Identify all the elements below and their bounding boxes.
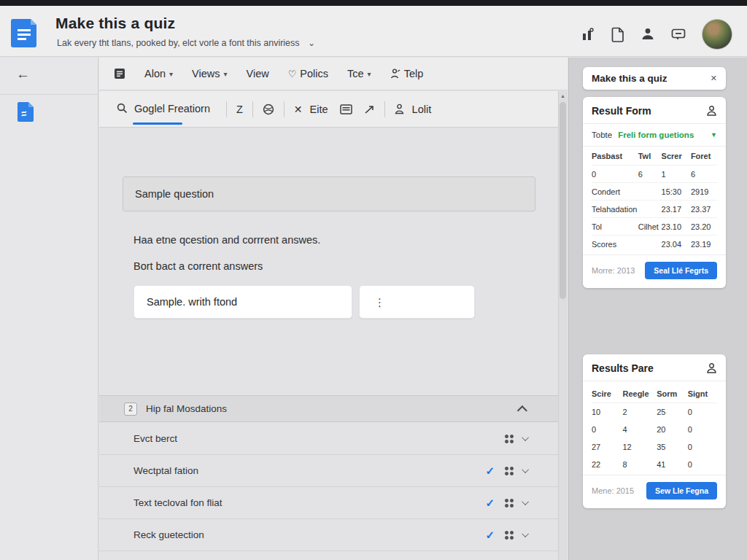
document-icon[interactable] <box>611 27 624 42</box>
table-row: Telahadation23.1723.37 <box>592 201 717 218</box>
cell: 15:30 <box>662 187 691 196</box>
cell: 0 <box>688 460 717 469</box>
instruction-line-1: Haa etne qcestion and corrrent answes. <box>133 234 320 246</box>
toolbar-list-button[interactable] <box>340 104 352 114</box>
chevron-down-icon[interactable] <box>522 530 529 537</box>
toolbar-globe-button[interactable] <box>263 104 274 115</box>
toolbar-search-tab[interactable]: Goglel Freatiorn <box>117 103 210 116</box>
toolbar-zoom-button[interactable]: Z <box>236 104 243 115</box>
cell: 2919 <box>691 187 717 196</box>
table-row: 0616 <box>592 166 717 183</box>
module-row-label: Wectptal fation <box>133 465 198 476</box>
toolbar-edit-button[interactable]: Lolit <box>395 104 432 115</box>
chevron-down-icon[interactable] <box>522 434 529 441</box>
check-icon: ✓ <box>485 464 495 478</box>
section-header[interactable]: 2 Hip fal Mosdations <box>99 395 558 422</box>
table-source-select[interactable]: Tobte Freli form guetions ▼ <box>583 124 726 147</box>
chevron-down-icon[interactable] <box>522 466 529 473</box>
toolbar-separator <box>226 101 227 117</box>
settings-dots-icon[interactable] <box>505 467 514 475</box>
kebab-menu-icon[interactable]: ⋮ <box>374 297 385 308</box>
menu-tce[interactable]: Tce▾ <box>347 68 371 79</box>
main-canvas: Sample question Haa etne qcestion and co… <box>99 128 558 560</box>
person-edit-icon <box>395 104 405 114</box>
menu-telp[interactable]: Telp <box>390 68 424 79</box>
module-row[interactable]: Reck guetection ✓ <box>99 519 558 551</box>
close-icon[interactable]: ✕ <box>711 74 717 83</box>
col-header: Signt <box>688 389 717 398</box>
menu-views-label: Views <box>192 68 220 79</box>
docs-logo-icon[interactable] <box>10 16 39 48</box>
results-pane-table: Scire Reegle Sorm Signt 102250 04200 271… <box>583 384 726 473</box>
quiz-panel-title: Make this a quiz <box>592 73 667 84</box>
results-pane-title: Results Pare <box>592 362 654 374</box>
person-icon[interactable] <box>706 105 717 117</box>
page-title: Make this a quiz <box>55 15 175 32</box>
comment-icon[interactable] <box>671 28 686 41</box>
quiz-panel: Make this a quiz ✕ <box>583 67 726 90</box>
person-icon[interactable] <box>706 362 717 374</box>
menu-view[interactable]: View <box>247 68 269 79</box>
module-row[interactable]: Text tecloval fon fliat ✓ <box>99 487 558 519</box>
answer-input[interactable]: Sample. writh ftond <box>133 285 352 319</box>
table-row: Scores23.0423.19 <box>592 236 717 253</box>
cell: 6 <box>638 170 662 179</box>
table-source-label: Tobte <box>592 131 612 139</box>
module-row[interactable]: Wectptal fation ✓ <box>99 455 558 487</box>
cell: 23.19 <box>691 240 717 249</box>
table-header-row: Pasbast Twl Screr Foret <box>592 147 717 166</box>
cell: 22 <box>592 460 622 469</box>
toolbar-separator <box>384 101 385 117</box>
menu-alon[interactable]: Alon▾ <box>144 68 173 79</box>
cell: 41 <box>657 460 687 469</box>
cell: 23.10 <box>662 222 691 231</box>
globe-icon <box>263 104 274 115</box>
active-tab-underline <box>133 122 182 125</box>
result-form-panel: Result Form Tobte Freli form guetions ▼ … <box>583 97 726 288</box>
person-icon[interactable] <box>640 27 655 42</box>
scrollbar-up-arrow[interactable]: ▴ <box>559 93 567 100</box>
search-tab-label: Goglel Freatiorn <box>134 103 210 114</box>
cell: Telahadation <box>592 205 638 214</box>
user-avatar[interactable] <box>702 19 732 50</box>
back-arrow-icon[interactable]: ← <box>16 66 30 82</box>
settings-dots-icon[interactable] <box>505 499 514 508</box>
cell: 0 <box>688 408 717 416</box>
chevron-down-icon[interactable] <box>522 498 529 505</box>
menu-polics[interactable]: ♡Polics <box>288 68 328 79</box>
edit-label: Lolit <box>412 104 432 115</box>
chevron-down-icon: ▾ <box>368 70 371 78</box>
cell: 35 <box>657 443 687 451</box>
cell: 6 <box>691 170 717 179</box>
cell: 10 <box>592 408 622 416</box>
settings-dots-icon[interactable] <box>505 435 514 443</box>
chevron-up-icon[interactable] <box>517 405 527 416</box>
toolbar-cut-button[interactable]: ✕ Eite <box>294 104 328 115</box>
check-icon: ✓ <box>485 529 495 542</box>
cell: 0 <box>592 425 622 434</box>
search-icon <box>117 103 128 114</box>
section-title: Hip fal Mosdations <box>146 403 227 414</box>
subtitle-caret-icon[interactable]: ⌄ <box>308 38 315 48</box>
app-grid-icon[interactable] <box>114 68 125 79</box>
menu-views[interactable]: Views▾ <box>192 68 227 79</box>
help-person-icon <box>390 69 400 79</box>
toolbar-arrow-button[interactable] <box>364 104 375 114</box>
app-header: Make this a quiz Lak every tht tlans, po… <box>0 6 747 57</box>
menu-view-label: View <box>247 68 269 79</box>
scrollbar-thumb[interactable] <box>560 102 566 299</box>
stats-icon[interactable] <box>581 27 595 42</box>
col-header: Sorm <box>657 389 687 398</box>
cell: 27 <box>592 443 622 451</box>
form-file-icon[interactable] <box>17 101 34 122</box>
question-title-field[interactable]: Sample question <box>123 176 535 211</box>
right-sidebar: Make this a quiz ✕ Result Form Tobte Fre… <box>568 58 747 560</box>
table-row: 04200 <box>592 421 717 438</box>
send-form-button[interactable]: Sew Lle Fegna <box>646 482 717 499</box>
settings-dots-icon[interactable] <box>505 531 514 540</box>
answer-options-box[interactable]: ⋮ <box>359 285 475 319</box>
cell: 23.17 <box>662 205 691 214</box>
module-row[interactable]: Evct berct ✓ <box>99 423 558 455</box>
send-form-button[interactable]: Seal Llé Fegrts <box>645 262 717 279</box>
table-row: 2712350 <box>592 438 717 456</box>
